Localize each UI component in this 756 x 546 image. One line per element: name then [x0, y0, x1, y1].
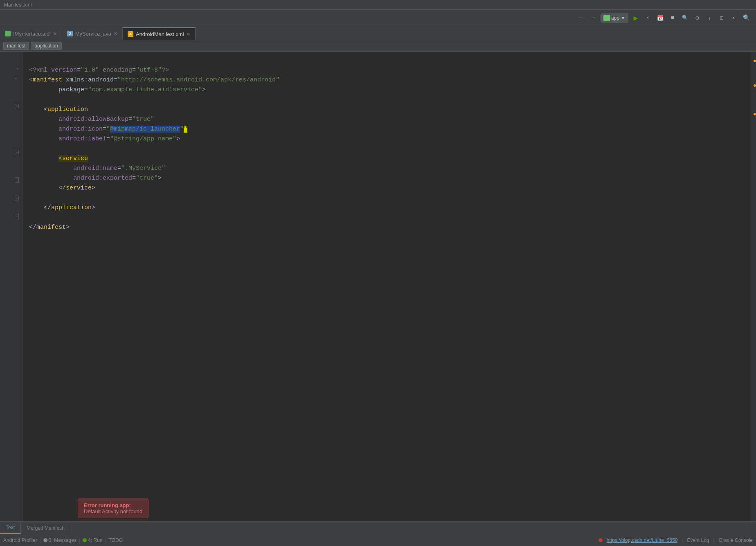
error-tooltip-message: Default Activity not found: [84, 508, 142, 514]
event-log-label[interactable]: Event Log: [687, 537, 709, 543]
code-line-1: [29, 56, 746, 65]
run-label-wrap[interactable]: 4: Run: [83, 537, 102, 543]
messages-label-wrap[interactable]: 0: Messages: [43, 537, 76, 543]
messages-label: 0: Messages: [49, 537, 76, 543]
forward-arrow-icon[interactable]: →: [588, 13, 598, 23]
tab-java-close[interactable]: ✕: [114, 31, 117, 36]
fold-icon-7[interactable]: -: [15, 214, 19, 219]
todo-label[interactable]: TODO: [109, 537, 123, 543]
fold-icon-1[interactable]: ⁃: [16, 65, 19, 73]
breadcrumb-application[interactable]: application: [31, 42, 61, 50]
code-line-8: android:icon="@mipmap/ic_launcher"": [29, 124, 746, 134]
toggle-icon[interactable]: ◫: [717, 13, 727, 23]
bottom-tab-merged-manifest[interactable]: Merged Manifest: [21, 522, 69, 534]
code-line-17: [29, 213, 746, 223]
profiler-label[interactable]: Android Profiler: [3, 537, 37, 543]
dropdown-arrow-icon: ▼: [621, 15, 626, 21]
tab-java-label: MyService.java: [75, 31, 111, 37]
tab-xml-label: AndroidManifest.xml: [136, 31, 184, 37]
status-sep-3: |: [105, 537, 106, 543]
line-gutter: ⁃ ⁃ - - - -: [0, 52, 22, 531]
code-line-16: </application>: [29, 203, 746, 213]
scroll-marker-1: [754, 60, 756, 62]
stop-icon[interactable]: ■: [668, 13, 677, 23]
status-sep-5: |: [713, 537, 714, 543]
title-bar: Manifest.xml: [0, 0, 756, 10]
run-dot: [83, 538, 87, 542]
code-line-14: </service>: [29, 183, 746, 193]
messages-dot: [43, 538, 47, 542]
fold-icon-3[interactable]: -: [15, 104, 19, 109]
install-icon[interactable]: ⇓: [704, 13, 714, 23]
status-sep-4: |: [682, 537, 683, 543]
fold-icon-6[interactable]: -: [15, 196, 19, 201]
scroll-marker-2: [754, 84, 756, 87]
gradle-console-label[interactable]: Gradle Console: [719, 537, 753, 543]
status-link[interactable]: https://blog.csdn.net/Liuhe_5650: [607, 537, 677, 543]
search-icon[interactable]: 🔍: [741, 13, 751, 23]
breadcrumb-manifest[interactable]: manifest: [3, 42, 29, 50]
editor-area: ⁃ ⁃ - - - -: [0, 52, 756, 531]
aidl-tab-icon: [5, 31, 11, 36]
run-label: 4: Run: [88, 537, 102, 543]
tab-aidl[interactable]: IMynterface.aidl ✕: [0, 27, 62, 40]
toolbar: ← → app ▼ ▶ ⚡ 📆 ■ 🔍 ◯ ⇓ ◫ ↻ 🔍: [0, 10, 756, 26]
fold-icon-5[interactable]: -: [15, 177, 19, 183]
code-line-6: <application: [29, 105, 746, 115]
code-line-2: <?xml version="1.0" encoding="utf-8"?>: [29, 65, 746, 75]
status-sep-2: |: [79, 537, 80, 543]
app-icon: [603, 15, 610, 21]
app-dropdown[interactable]: app ▼: [601, 14, 628, 23]
bottom-tabs-bar: Text Merged Manifest: [0, 521, 756, 534]
code-line-12: android:name=".MyService": [29, 164, 746, 174]
tab-java[interactable]: J MyService.java ✕: [62, 27, 123, 40]
code-line-5: [29, 95, 746, 105]
status-sep-1: |: [40, 537, 41, 543]
code-line-10: [29, 144, 746, 154]
bottom-tab-merged-label: Merged Manifest: [27, 525, 63, 531]
status-left: Android Profiler | 0: Messages | 4: Run …: [3, 537, 123, 543]
app-label: app: [611, 15, 619, 21]
code-line-9: android:label="@string/app_name">: [29, 134, 746, 144]
right-scrollbar-gutter: [750, 52, 756, 531]
tab-aidl-close[interactable]: ✕: [53, 31, 57, 36]
window-title: Manifest.xml: [4, 2, 32, 8]
fold-icon-4[interactable]: -: [15, 150, 19, 155]
attach-debugger-icon[interactable]: 🔍: [680, 13, 690, 23]
scroll-marker-3: [754, 113, 756, 115]
code-line-13: android:exported="true">: [29, 174, 746, 183]
status-right: https://blog.csdn.net/Liuhe_5650 | Event…: [598, 537, 753, 543]
code-editor[interactable]: <?xml version="1.0" encoding="utf-8"?> <…: [22, 52, 750, 531]
error-tooltip-title: Error running app:: [84, 502, 142, 508]
code-line-18: </manifest>: [29, 223, 746, 232]
code-line-11: <service: [29, 154, 746, 164]
sync-icon[interactable]: ↻: [729, 13, 739, 23]
status-bar: Android Profiler | 0: Messages | 4: Run …: [0, 534, 756, 546]
tab-xml[interactable]: X AndroidManifest.xml ✕: [123, 27, 196, 40]
breadcrumb-bar: manifest application: [0, 40, 756, 52]
error-dot: [598, 538, 603, 542]
code-line-15: [29, 193, 746, 203]
xml-tab-icon: X: [128, 31, 133, 37]
fold-icon-2[interactable]: ⁃: [15, 76, 17, 82]
lightning-icon[interactable]: ⚡: [643, 13, 653, 23]
toolbar-icons: ← → app ▼ ▶ ⚡ 📆 ■ 🔍 ◯ ⇓ ◫ ↻ 🔍: [576, 13, 751, 23]
code-line-7: android:allowBackup="true": [29, 115, 746, 124]
bottom-tab-text-label: Text: [6, 525, 15, 530]
run-button[interactable]: ▶: [631, 13, 641, 23]
bottom-tab-text[interactable]: Text: [0, 522, 21, 534]
error-dot-wrap: [598, 538, 603, 542]
coverage-icon[interactable]: ◯: [692, 13, 702, 23]
error-tooltip: Error running app: Default Activity not …: [78, 499, 148, 518]
profile-icon[interactable]: 📆: [655, 13, 665, 23]
tab-aidl-label: IMynterface.aidl: [13, 31, 51, 37]
java-tab-icon: J: [67, 31, 73, 36]
back-arrow-icon[interactable]: ←: [576, 13, 586, 23]
tab-xml-close[interactable]: ✕: [187, 32, 190, 37]
code-line-3: <manifest xmlns:android="http://schemas.…: [29, 75, 746, 85]
code-line-4: package="com.example.liuhe.aidlservice">: [29, 85, 746, 95]
tab-bar: IMynterface.aidl ✕ J MyService.java ✕ X …: [0, 26, 756, 40]
